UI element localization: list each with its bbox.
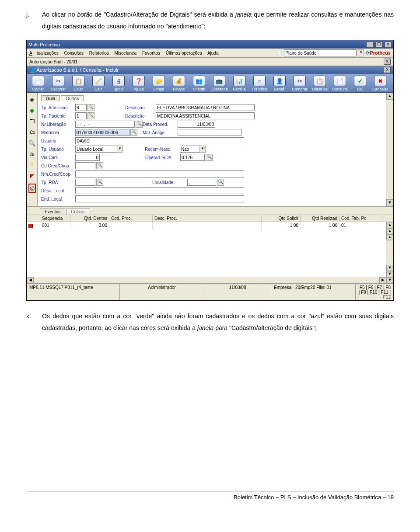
subtitle-close-icon[interactable]: X <box>384 59 391 65</box>
field-mat-antiga[interactable] <box>178 129 242 136</box>
tab-eventos[interactable]: Eventos <box>40 209 65 215</box>
col-cod-tab[interactable]: Cod. Tab. Pd <box>340 215 382 222</box>
side-icon-1[interactable]: ◈ <box>30 96 34 103</box>
toolbar-familia[interactable]: 📊Familia <box>231 76 248 91</box>
field-nm-cred[interactable] <box>75 170 244 177</box>
close-icon[interactable]: X <box>385 42 392 48</box>
toolbar-copiar[interactable]: 📄Copiar <box>29 76 47 91</box>
toolbar-historico[interactable]: ≡Historico <box>251 76 268 91</box>
field-descricao1[interactable] <box>156 104 255 111</box>
combo-dropdown-icon[interactable]: ▼ <box>358 49 364 56</box>
grid-hscroll[interactable]: ◀ ▶ <box>27 277 386 283</box>
toolbar-recortar[interactable]: ✂Recortar <box>49 76 67 91</box>
col-qtd-dentes[interactable]: Qtd. Dentes <box>70 215 109 222</box>
field-matricula[interactable] <box>75 129 130 136</box>
toolbar-cobranca[interactable]: 📺Cobranca <box>210 76 228 91</box>
form-scrollbar[interactable]: ▲ ▼ <box>386 93 393 206</box>
col-sequencia[interactable]: Sequencia <box>40 215 70 222</box>
grid-vscroll[interactable]: ▲▲▲ ▼▼▼ <box>386 222 393 283</box>
toolbar-comprar[interactable]: ✂Comprar <box>291 76 308 91</box>
scroll-up-icon[interactable]: ▲ <box>386 93 393 100</box>
lookup-icon[interactable]: 🔍 <box>217 179 224 186</box>
field-data-proced[interactable] <box>178 121 215 128</box>
field-nr-liberacao[interactable] <box>75 121 135 128</box>
scroll-down-icon[interactable]: ▼ <box>386 265 393 271</box>
maximize-icon[interactable]: ❐ <box>375 42 382 48</box>
field-localidade[interactable] <box>187 179 216 186</box>
field-operad-rda[interactable] <box>180 154 205 161</box>
menu-atualizacoes[interactable]: Atualizações <box>29 51 59 56</box>
field-tp-paciente[interactable] <box>75 112 87 119</box>
scroll-left-icon[interactable]: ◀ <box>27 277 34 283</box>
scroll-down-icon[interactable]: ▼ <box>386 271 393 277</box>
scroll-right-icon[interactable]: ▶ <box>379 277 386 283</box>
tab-outros[interactable]: Outros <box>61 95 84 101</box>
scroll-down-icon[interactable]: ▼ <box>386 277 393 283</box>
field-cd-cred[interactable] <box>75 162 95 169</box>
side-icon-4[interactable]: 🗂 <box>29 129 35 136</box>
field-descricao2[interactable] <box>156 112 255 119</box>
field-desc-local[interactable] <box>75 187 244 194</box>
toolbar-colar[interactable]: 📋Colar <box>70 76 87 91</box>
col-desc-proc[interactable]: Desc. Proc. <box>153 215 262 222</box>
side-icon-6[interactable]: ≋ <box>30 151 35 157</box>
toolbar-usuarios[interactable]: 📋Usuarios <box>311 76 329 91</box>
inner-close-icon[interactable]: X <box>384 67 391 73</box>
toolbar-ajuda[interactable]: ❓Ajuda <box>130 76 147 91</box>
toolbar-cancelar[interactable]: ✖Cancelar <box>371 76 389 91</box>
toolbar-ok[interactable]: ✔OK <box>351 76 369 91</box>
col-qtd-realizad[interactable]: Qtd Realizad <box>301 215 340 222</box>
menu-relatorios[interactable]: Relatorios <box>89 51 109 56</box>
dropdown-icon[interactable]: ▼ <box>117 146 123 153</box>
menu-ajuda[interactable]: Ajuda <box>207 51 219 56</box>
menu-favoritos[interactable]: Favoritos <box>142 51 160 56</box>
field-recem-nasc[interactable] <box>180 146 200 153</box>
scroll-up-icon[interactable]: ▲ <box>386 234 393 240</box>
field-via-cart[interactable] <box>75 154 100 161</box>
dropdown-icon[interactable]: ▼ <box>200 146 206 153</box>
tab-guia[interactable]: Guia <box>41 95 60 101</box>
field-tp-usuario[interactable] <box>75 146 117 153</box>
toolbar-financ[interactable]: 💰Financ <box>170 76 188 91</box>
side-icon-8[interactable]: ◤ <box>30 173 34 179</box>
toolbar-spool[interactable]: 🖨Spool <box>110 76 127 91</box>
window-controls[interactable]: _ ❐ X <box>365 41 392 48</box>
side-icon-5[interactable]: 🔍 <box>28 140 35 146</box>
scroll-down-icon[interactable]: ▼ <box>386 199 393 206</box>
users-icon: 📋 <box>314 76 326 86</box>
col-qtd-solicit[interactable]: Qtd Solicit <box>262 215 301 222</box>
combo-plano[interactable] <box>284 49 357 56</box>
doc-icon[interactable]: 📄 <box>277 51 282 56</box>
tab-criticas[interactable]: Criticas <box>66 209 90 215</box>
lookup-icon[interactable]: 🔍 <box>136 121 143 128</box>
lookup-icon[interactable]: 🔍 <box>96 162 103 169</box>
field-tp-rda[interactable] <box>75 179 95 186</box>
side-icon-7[interactable]: ? <box>30 162 33 168</box>
side-icon-2[interactable]: ◆ <box>30 107 34 114</box>
lookup-icon[interactable]: 🔍 <box>88 112 94 119</box>
side-icon-3[interactable]: 🗔 <box>29 118 35 125</box>
side-icon-biometria-highlighted[interactable]: ◎ <box>28 184 36 193</box>
cell-cod-proc <box>109 222 153 230</box>
lookup-icon[interactable]: 🔍 <box>130 129 137 136</box>
toolbar-calc[interactable]: 🧹Calc <box>90 76 107 91</box>
lookup-icon[interactable]: 🔍 <box>88 104 94 111</box>
table-row[interactable]: 001 0.00 1.00 1.00 01 <box>27 222 393 230</box>
minimize-icon[interactable]: _ <box>366 42 373 48</box>
menu-miscelanea[interactable]: Miscelanea <box>115 51 137 56</box>
col-cod-proc[interactable]: Cod. Proc. <box>109 215 153 222</box>
menu-consultas[interactable]: Consultas <box>64 51 83 56</box>
toolbar-cliente[interactable]: 👥Cliente <box>190 76 208 91</box>
toolbar-consulta[interactable]: 📄Consulta <box>331 76 349 91</box>
field-usuario[interactable] <box>75 137 244 144</box>
scroll-up-icon[interactable]: ▲ <box>386 222 393 228</box>
toolbar-benef[interactable]: 👤Benef. <box>271 76 288 91</box>
field-tp-admissao[interactable] <box>75 104 87 111</box>
paragraph-k: k. Os dedos que estão com a cor "verde" … <box>26 310 394 334</box>
menu-ultimas[interactable]: Últimas operações <box>166 51 202 56</box>
toolbar-limpa[interactable]: 🧽Limpa <box>150 76 168 91</box>
scroll-up-icon[interactable]: ▲ <box>386 228 393 234</box>
field-end-local[interactable] <box>75 195 244 202</box>
lookup-icon[interactable]: 🔍 <box>206 154 213 161</box>
lookup-icon[interactable]: 🔍 <box>96 179 103 186</box>
